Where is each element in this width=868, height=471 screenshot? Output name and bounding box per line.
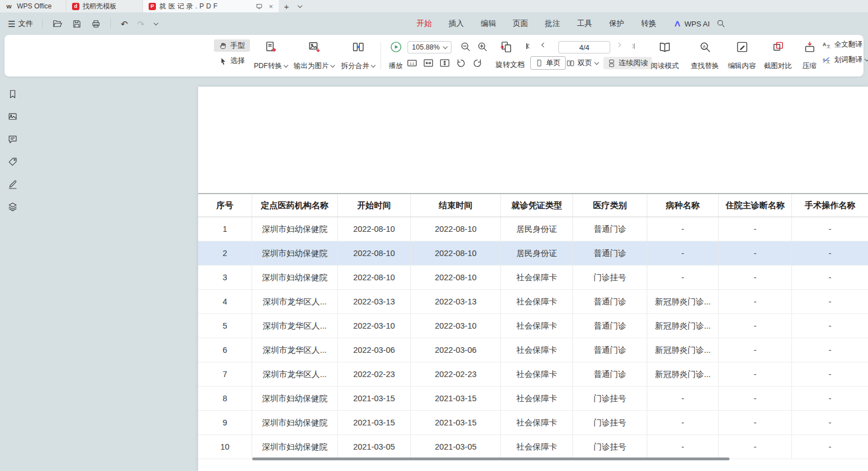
hand-icon (219, 42, 227, 50)
table-cell: 新冠肺炎门诊... (647, 314, 719, 338)
tab-docer-template[interactable]: d 找稻壳模板 (66, 0, 143, 12)
hand-tool-button[interactable]: 手型 (214, 39, 250, 52)
table-cell: 2022-02-23 (411, 362, 501, 386)
full-translate-button[interactable]: A文 全文翻译 (822, 40, 868, 50)
file-menu-label: 文件 (18, 19, 33, 29)
ribbon-tab[interactable]: 工具 (577, 19, 592, 29)
ribbon-tab[interactable]: 插入 (449, 19, 464, 29)
split-merge-button[interactable]: 拆分合并 (338, 39, 378, 73)
undo-history-chevron-icon[interactable] (152, 21, 160, 26)
file-menu-button[interactable]: ☰ 文件 (6, 17, 35, 30)
find-replace-button[interactable]: A 查找替换 (687, 39, 723, 73)
table-cell: 6 (198, 338, 252, 362)
signature-pen-icon[interactable] (7, 179, 18, 190)
ribbon-tab[interactable]: 编辑 (481, 19, 496, 29)
compress-button[interactable]: 压缩 (797, 39, 822, 73)
comment-icon[interactable] (7, 134, 18, 145)
menu-search-button[interactable] (716, 19, 726, 28)
medical-records-table: 序号定点医药机构名称开始时间结束时间就诊凭证类型医疗类别病种名称住院主诊断名称手… (198, 193, 868, 459)
rotate-right-icon[interactable] (472, 57, 483, 69)
read-mode-button[interactable]: 阅读模式 (647, 39, 682, 73)
print-button[interactable] (89, 17, 103, 30)
separator (42, 19, 43, 28)
search-icon (716, 19, 726, 28)
table-cell: 普通门诊 (573, 362, 647, 386)
ribbon-tab[interactable]: 页面 (513, 19, 528, 29)
table-cell: 8 (198, 387, 252, 410)
table-cell: - (647, 217, 719, 241)
play-icon (390, 41, 402, 53)
bookmark-icon[interactable] (7, 89, 18, 100)
tab-list-chevron-icon[interactable] (294, 0, 306, 12)
undo-button[interactable]: ↶ (118, 18, 130, 30)
column-header: 病种名称 (647, 194, 719, 217)
wps-logo-icon: W (6, 2, 14, 10)
zoom-out-button[interactable] (459, 41, 472, 53)
ribbon-tab[interactable]: 转换 (641, 19, 656, 29)
tag-icon[interactable] (7, 156, 18, 167)
edit-content-button[interactable]: 编辑内容 (724, 39, 760, 73)
page-indicator: 4/4 (579, 43, 589, 52)
table-cell: 2022-02-23 (338, 362, 411, 386)
table-cell: 深圳市龙华区人... (252, 290, 338, 313)
continuous-reading-button[interactable]: 连续阅读 (603, 57, 652, 69)
table-cell: 5 (198, 314, 252, 338)
tab-wps-office[interactable]: W WPS Office (0, 0, 66, 12)
save-button[interactable] (70, 17, 84, 30)
table-cell: 2022-08-10 (338, 266, 411, 289)
fit-width-icon[interactable] (423, 57, 434, 69)
word-translate-button[interactable]: a文 划词翻译 (822, 55, 868, 65)
pdf-convert-button[interactable]: PDF转换 (251, 39, 290, 73)
open-file-button[interactable] (50, 17, 65, 30)
extract-pages-button[interactable] (500, 41, 513, 53)
zoom-in-icon (477, 41, 488, 52)
single-page-button[interactable]: 单页 (530, 56, 566, 70)
fit-page-icon[interactable] (439, 57, 450, 69)
table-cell: 新冠肺炎门诊... (647, 338, 719, 362)
table-cell: 普通门诊 (573, 314, 647, 338)
separator (110, 19, 111, 28)
ribbon-tab[interactable]: 开始 (417, 19, 432, 29)
new-tab-button[interactable]: + (279, 0, 294, 12)
double-page-button[interactable]: 双页 (566, 58, 598, 68)
tab-medical-record-pdf[interactable]: P 就医记录.PDF × (143, 0, 279, 12)
image-thumbnail-icon[interactable] (7, 111, 18, 122)
last-page-button[interactable] (630, 43, 635, 49)
next-page-button[interactable] (617, 43, 620, 47)
export-image-button[interactable]: 输出为图片 (293, 39, 335, 73)
rotate-left-icon[interactable] (455, 57, 467, 69)
wps-ai-button[interactable]: WPS AI (673, 12, 710, 35)
pdf-page[interactable]: 序号定点医药机构名称开始时间结束时间就诊凭证类型医疗类别病种名称住院主诊断名称手… (198, 87, 868, 471)
page-number-input[interactable]: 4/4 (558, 41, 610, 53)
play-button[interactable]: 播放 (384, 39, 408, 73)
table-cell: - (647, 266, 719, 289)
select-tool-button[interactable]: 选择 (214, 55, 250, 67)
table-row: 1深圳市妇幼保健院2022-08-102022-08-10居民身份证普通门诊--… (198, 217, 868, 241)
svg-text:A: A (822, 42, 826, 47)
ribbon-tab[interactable]: 批注 (545, 19, 560, 29)
zoom-in-button[interactable] (476, 41, 489, 53)
table-cell: 2021-03-05 (338, 435, 411, 459)
redo-button[interactable]: ↷ (135, 18, 147, 30)
table-cell: 新冠肺炎门诊... (647, 362, 719, 386)
screenshot-compare-button[interactable]: 截图对比 (760, 39, 796, 73)
undo-icon: ↶ (120, 20, 128, 28)
table-cell: 2022-08-10 (338, 217, 411, 241)
actual-size-icon[interactable]: 1:1 (406, 57, 418, 69)
compress-icon (803, 41, 816, 53)
previous-page-button[interactable] (542, 43, 545, 47)
window-mode-icon[interactable] (256, 3, 263, 10)
layers-icon[interactable] (7, 201, 18, 212)
table-cell: 居民身份证 (501, 241, 573, 265)
docer-icon: d (72, 3, 79, 10)
column-header: 住院主诊断名称 (719, 194, 792, 217)
zoom-level-select[interactable]: 105.88% (408, 41, 451, 53)
redo-icon: ↷ (137, 20, 145, 28)
table-cell: 2021-03-15 (411, 387, 501, 410)
ribbon-tab[interactable]: 保护 (609, 19, 624, 29)
table-cell: 社会保障卡 (501, 290, 573, 313)
close-tab-icon[interactable]: × (269, 2, 273, 11)
first-page-button[interactable] (526, 43, 531, 49)
table-cell: 4 (198, 290, 252, 313)
full-translate-icon: A文 (822, 40, 831, 50)
